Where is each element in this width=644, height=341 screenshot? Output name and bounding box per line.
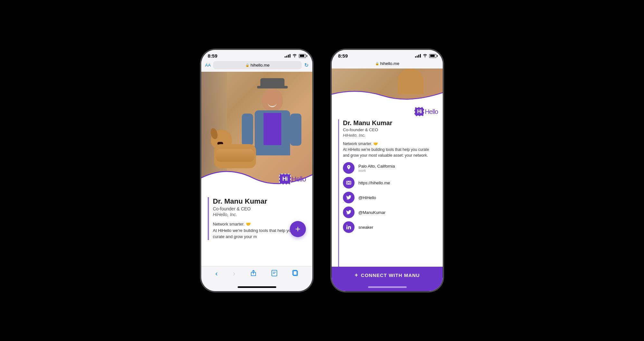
twitter-1-icon-circle bbox=[343, 192, 355, 203]
signal-bars-2 bbox=[415, 54, 421, 58]
nav-back-1[interactable]: ‹ bbox=[215, 270, 218, 278]
person-bio-2: Network smarter. 🤝At HiHello we're build… bbox=[343, 141, 436, 158]
nav-forward-1[interactable]: › bbox=[233, 270, 235, 278]
website-main: https://hihello.me bbox=[358, 180, 390, 185]
browser-url-2: hihello.me bbox=[380, 61, 399, 66]
lock-icon-1: 🔒 bbox=[245, 63, 249, 67]
browser-bar-1: AA 🔒 hihello.me ↻ bbox=[201, 60, 312, 72]
twitter-2-icon-circle bbox=[343, 207, 355, 218]
wifi-icon-1 bbox=[292, 53, 297, 58]
linkedin-icon-circle bbox=[343, 221, 355, 233]
status-icons-1 bbox=[285, 53, 306, 58]
hero-image-1: Hi Hello bbox=[201, 72, 312, 191]
twitter-1-main: @HiHello bbox=[358, 195, 376, 200]
contact-linkedin[interactable]: sneaker bbox=[343, 221, 436, 233]
location-icon-circle bbox=[343, 162, 355, 174]
phone-1: 8:59 AA 🔒 hihello.me bbox=[201, 50, 312, 291]
phone1-content: Hi Hello Dr. Manu Kumar Co-founder & CEO… bbox=[201, 72, 312, 266]
contact-items: Palo Alto, California work bbox=[343, 162, 436, 233]
arm-right bbox=[290, 114, 301, 146]
lock-icon-2: 🔒 bbox=[375, 62, 379, 65]
location-text: Palo Alto, California work bbox=[358, 164, 395, 172]
phone2-content: Hi Hello Dr. Manu Kumar Co-founder & CEO… bbox=[332, 69, 443, 291]
nav-tabs-1[interactable] bbox=[292, 270, 298, 278]
connect-button-label: CONNECT WITH MANU bbox=[361, 272, 420, 278]
accent-bar-1 bbox=[208, 197, 209, 240]
status-time-2: 8:59 bbox=[338, 53, 348, 59]
phone2-card-inner: Dr. Manu Kumar Co-founder & CEO HiHello,… bbox=[338, 119, 436, 233]
nav-bookmarks-1[interactable] bbox=[271, 270, 277, 278]
status-bar-1: 8:59 bbox=[201, 50, 312, 60]
status-time-1: 8:59 bbox=[208, 53, 217, 59]
hat-brim bbox=[257, 86, 288, 88]
svg-rect-0 bbox=[272, 270, 277, 276]
person-name-1: Dr. Manu Kumar bbox=[213, 197, 306, 206]
browser-nav-1: ‹ › bbox=[201, 266, 312, 284]
hello-logo-text: Hello bbox=[291, 175, 306, 183]
status-icons-2 bbox=[415, 53, 436, 58]
contact-location[interactable]: Palo Alto, California work bbox=[343, 162, 436, 174]
phone2-logo-row: Hi Hello bbox=[332, 104, 443, 116]
contact-twitter-1[interactable]: @HiHello bbox=[343, 192, 436, 203]
person-company-1: HiHello, Inc. bbox=[213, 212, 306, 217]
shirt bbox=[263, 113, 281, 145]
contact-twitter-2[interactable]: @ManuKumar bbox=[343, 207, 436, 218]
hihello-logo-1: Hi Hello bbox=[279, 174, 306, 184]
home-indicator-2 bbox=[332, 284, 443, 291]
connect-plus-icon: + bbox=[355, 272, 358, 279]
hello-logo-2: Hello bbox=[425, 108, 438, 115]
person-name-2: Dr. Manu Kumar bbox=[343, 119, 436, 127]
location-main: Palo Alto, California bbox=[358, 164, 395, 169]
phone2-card: Hi Hello Dr. Manu Kumar Co-founder & CEO… bbox=[332, 104, 443, 291]
nav-share-1[interactable] bbox=[251, 270, 256, 278]
contact-website[interactable]: https://hihello.me bbox=[343, 177, 436, 189]
home-indicator-1 bbox=[201, 284, 312, 291]
connect-button[interactable]: + CONNECT WITH MANU bbox=[332, 267, 443, 284]
browser-url-box-1[interactable]: 🔒 hihello.me bbox=[213, 61, 302, 69]
battery-icon-2 bbox=[429, 54, 436, 58]
hihello-logo-2: Hi Hello bbox=[414, 107, 438, 116]
twitter-2-main: @ManuKumar bbox=[358, 210, 385, 215]
fab-button-1[interactable]: + bbox=[290, 221, 306, 237]
phone2-hero bbox=[332, 69, 443, 104]
home-bar-2 bbox=[368, 286, 407, 288]
phone2-card-body: Dr. Manu Kumar Co-founder & CEO HiHello,… bbox=[332, 116, 443, 267]
browser-aa-1[interactable]: AA bbox=[205, 63, 211, 68]
dog-fur bbox=[216, 149, 254, 162]
browser-bar-2: 🔒 hihello.me bbox=[332, 60, 443, 69]
fab-plus-icon: + bbox=[295, 224, 300, 234]
location-sub: work bbox=[358, 169, 395, 172]
browser-url-1: hihello.me bbox=[251, 63, 270, 68]
linkedin-main: sneaker bbox=[358, 225, 373, 230]
hi-logo-2: Hi bbox=[414, 107, 424, 116]
website-icon-circle bbox=[343, 177, 355, 189]
smile bbox=[268, 103, 277, 107]
wave-2 bbox=[332, 88, 443, 104]
phones-container: 8:59 AA 🔒 hihello.me bbox=[201, 50, 443, 291]
hi-logo-text: Hi bbox=[279, 174, 291, 184]
battery-icon-1 bbox=[299, 54, 306, 58]
person-title-1: Co-founder & CEO bbox=[213, 206, 306, 211]
status-bar-2: 8:59 bbox=[332, 50, 443, 60]
wifi-icon-2 bbox=[422, 53, 428, 58]
head bbox=[262, 88, 283, 112]
dog-illustration bbox=[209, 130, 261, 168]
browser-refresh-1[interactable]: ↻ bbox=[304, 62, 308, 68]
phone-2: 8:59 🔒 hihello.me bbox=[332, 50, 443, 291]
signal-bars-1 bbox=[285, 54, 290, 58]
person-company-2: HiHello, Inc. bbox=[343, 133, 436, 138]
person-title-2: Co-founder & CEO bbox=[343, 127, 436, 132]
home-bar-1 bbox=[238, 286, 276, 288]
accent-bar-2 bbox=[338, 119, 339, 267]
